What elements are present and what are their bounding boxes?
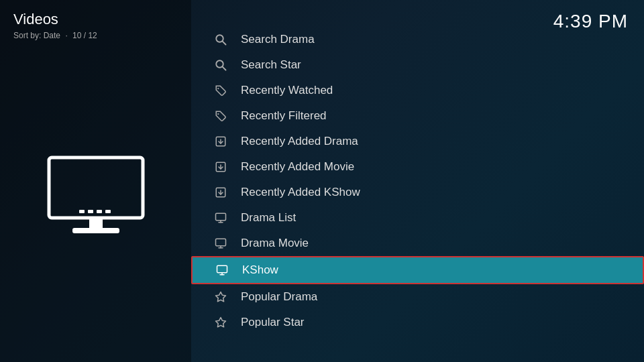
svg-rect-6 [105, 210, 111, 213]
menu-item-search-star[interactable]: Search Star [191, 52, 644, 78]
menu-panel: Search Drama Search Star Recently Watche… [191, 0, 644, 362]
tag-icon [211, 109, 230, 123]
menu-item-label-recently-added-movie: Recently Added Movie [241, 160, 354, 174]
download-box-icon [211, 185, 230, 200]
sort-info: Sort by: Date · 10 / 12 [13, 31, 178, 40]
menu-item-label-recently-added-drama: Recently Added Drama [241, 135, 358, 148]
menu-item-kshow[interactable]: KShow [191, 256, 644, 284]
menu-item-search-drama[interactable]: Search Drama [191, 27, 644, 52]
sort-dot: · [65, 31, 67, 40]
monitor-icon [211, 236, 230, 251]
svg-point-11 [217, 88, 219, 89]
search-icon [211, 58, 230, 72]
svg-line-8 [223, 42, 226, 45]
svg-rect-1 [89, 218, 103, 228]
menu-item-drama-list[interactable]: Drama List [191, 205, 644, 231]
menu-item-popular-drama[interactable]: Popular Drama [191, 284, 644, 310]
search-icon [211, 32, 230, 47]
left-panel: Videos Sort by: Date · 10 / 12 [0, 0, 191, 362]
monitor-icon [211, 210, 230, 225]
svg-rect-2 [72, 228, 119, 233]
menu-item-recently-added-movie[interactable]: Recently Added Movie [191, 154, 644, 180]
menu-item-popular-star[interactable]: Popular Star [191, 310, 644, 335]
star-icon [211, 290, 230, 304]
svg-marker-28 [216, 292, 226, 302]
svg-rect-4 [88, 210, 93, 213]
menu-item-label-recently-watched: Recently Watched [241, 84, 333, 97]
svg-line-10 [223, 67, 226, 70]
menu-item-recently-added-kshow[interactable]: Recently Added KShow [191, 180, 644, 205]
tv-icon-container [13, 47, 178, 351]
menu-item-recently-watched[interactable]: Recently Watched [191, 78, 644, 103]
menu-item-label-drama-list: Drama List [241, 211, 296, 225]
menu-item-label-search-drama: Search Drama [241, 33, 315, 46]
svg-rect-22 [216, 239, 226, 246]
menu-item-label-drama-movie: Drama Movie [241, 237, 309, 250]
svg-rect-19 [216, 213, 226, 221]
star-icon [211, 315, 230, 330]
tag-icon [211, 83, 230, 98]
menu-item-label-search-star: Search Star [241, 58, 301, 72]
svg-point-12 [217, 113, 219, 115]
monitor-icon [213, 263, 231, 278]
download-box-icon [211, 134, 230, 149]
menu-item-recently-filtered[interactable]: Recently Filtered [191, 103, 644, 129]
svg-rect-25 [217, 265, 227, 273]
menu-item-drama-movie[interactable]: Drama Movie [191, 231, 644, 256]
page-title: Videos [13, 11, 178, 28]
menu-item-label-kshow: KShow [242, 263, 278, 277]
tv-icon [42, 151, 150, 247]
svg-rect-3 [79, 210, 85, 213]
svg-marker-29 [216, 318, 226, 327]
menu-item-label-popular-drama: Popular Drama [241, 290, 317, 304]
sort-count: 10 / 12 [72, 31, 97, 40]
menu-item-label-recently-added-kshow: Recently Added KShow [241, 186, 360, 199]
menu-item-label-popular-star: Popular Star [241, 316, 305, 329]
svg-rect-0 [49, 158, 143, 218]
menu-item-label-recently-filtered: Recently Filtered [241, 109, 327, 123]
download-box-icon [211, 160, 230, 174]
sort-label: Sort by: Date [13, 31, 60, 40]
menu-item-recently-added-drama[interactable]: Recently Added Drama [191, 129, 644, 154]
svg-rect-5 [97, 210, 102, 213]
